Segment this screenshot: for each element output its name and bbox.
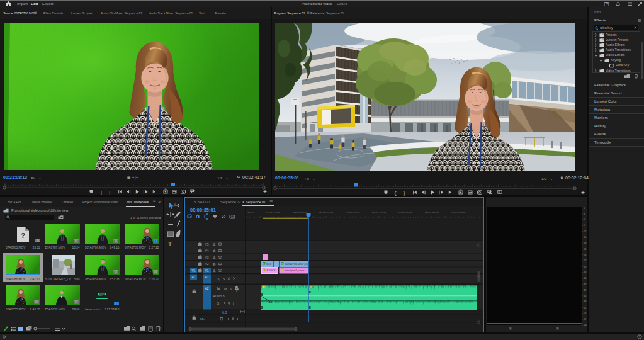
svg-text:27: 27: [584, 259, 587, 262]
svg-text:24: 24: [584, 253, 587, 256]
svg-text:12: 12: [584, 230, 587, 233]
svg-text:9: 9: [584, 224, 585, 227]
svg-text:S: S: [556, 327, 558, 330]
svg-text:30: 30: [584, 265, 587, 268]
svg-text:42: 42: [584, 288, 587, 292]
svg-text:{: {: [100, 190, 103, 195]
svg-text:18: 18: [584, 241, 587, 244]
svg-text:fx: fx: [263, 286, 264, 288]
svg-text:54: 54: [584, 312, 587, 315]
svg-text:?: ?: [21, 232, 25, 239]
svg-text:33: 33: [584, 271, 587, 274]
svg-text:45: 45: [584, 294, 587, 297]
svg-text:15: 15: [584, 235, 587, 239]
svg-text:fx: fx: [310, 286, 312, 288]
svg-text:3: 3: [584, 212, 585, 215]
svg-text:dB: dB: [584, 324, 587, 327]
svg-text:51: 51: [584, 306, 587, 309]
svg-text:21: 21: [584, 247, 587, 251]
svg-text:}: }: [403, 191, 405, 196]
svg-text:}: }: [108, 190, 111, 195]
svg-text:S: S: [509, 327, 511, 330]
svg-text:48: 48: [584, 300, 587, 303]
svg-text:{: {: [394, 191, 397, 196]
svg-text:T: T: [168, 241, 172, 247]
svg-text:36: 36: [584, 276, 587, 280]
svg-text:0: 0: [584, 207, 585, 210]
svg-text:57: 57: [584, 317, 587, 320]
svg-text:6: 6: [584, 218, 585, 221]
svg-text:39: 39: [584, 282, 587, 285]
